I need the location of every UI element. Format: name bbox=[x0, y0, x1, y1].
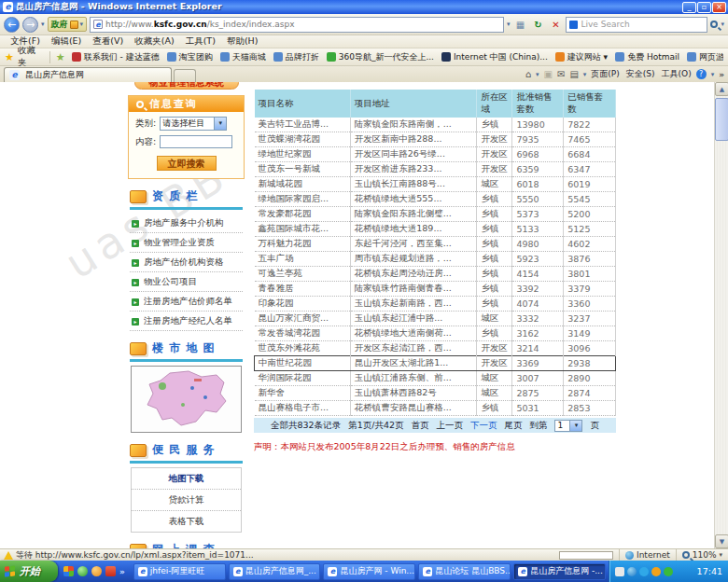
help-icon[interactable]: ? bbox=[696, 69, 707, 79]
table-row[interactable]: 鑫苑国际城市花... 花桥镇绿地大道189... 乡镇 5133 5125 bbox=[255, 222, 616, 237]
compatibility-view-icon[interactable]: ▦ bbox=[512, 17, 527, 32]
vertical-scrollbar[interactable]: ▲ ▼ bbox=[714, 82, 728, 548]
table-row[interactable]: 世茂东一号新城 开发区前进东路233... 开发区 6359 6347 bbox=[255, 162, 616, 177]
url-field[interactable]: e http://www.ksfc.gov.cn/ks_index/index.… bbox=[90, 17, 504, 33]
content-input[interactable] bbox=[160, 135, 232, 148]
menu-item[interactable]: 工具(T) bbox=[181, 35, 220, 48]
property-mgmt-system-button[interactable]: 物业管理信息系统 bbox=[134, 82, 239, 90]
sidebar-link[interactable]: ▸ 房地产服务中介机构 bbox=[130, 214, 243, 233]
scroll-up-arrow[interactable]: ▲ bbox=[715, 82, 728, 96]
menu-item[interactable]: 帮助(H) bbox=[222, 35, 263, 48]
quick-launch-icon[interactable] bbox=[91, 566, 102, 576]
search-dropdown-icon[interactable]: ▾ bbox=[721, 21, 724, 28]
table-row[interactable]: 新城域花园 玉山镇长江南路88号... 城区 6018 6019 bbox=[255, 177, 616, 192]
quick-launch-icon[interactable] bbox=[105, 566, 116, 576]
tray-mail-icon[interactable] bbox=[615, 567, 624, 576]
scrollbar-thumb[interactable] bbox=[715, 98, 728, 141]
table-row[interactable]: 绿地国际家园启... 花桥镇绿地大道555... 乡镇 5550 5545 bbox=[255, 192, 616, 207]
help-dropdown-icon[interactable]: ▾ bbox=[711, 71, 715, 78]
category-select[interactable]: 请选择栏目 ▾ bbox=[160, 117, 227, 131]
favorite-link[interactable]: 建议网站 ▾ bbox=[553, 50, 610, 64]
command-button[interactable]: 安全(S) bbox=[626, 68, 655, 80]
search-go-icon[interactable] bbox=[710, 21, 718, 28]
print-dropdown-icon[interactable]: ▾ bbox=[583, 71, 587, 78]
url-dropdown-icon[interactable]: ▾ bbox=[507, 21, 511, 28]
tray-security-icon[interactable] bbox=[664, 567, 673, 576]
table-row[interactable]: 万科魅力花园 东起千河泾河，西至集... 乡镇 4980 4602 bbox=[255, 237, 616, 252]
tray-update-icon[interactable] bbox=[651, 567, 661, 576]
table-row[interactable]: 昆山赛格电子市... 花桥镇曹安路昆山赛格... 乡镇 5031 2853 bbox=[255, 401, 616, 416]
first-page-link[interactable]: 首页 bbox=[411, 420, 428, 432]
favorite-link[interactable]: Internet 中国 (China)... bbox=[439, 50, 551, 64]
prev-page-link[interactable]: 上一页 bbox=[436, 420, 463, 432]
quick-launch-icon[interactable] bbox=[77, 566, 88, 576]
menu-item[interactable]: 查看(V) bbox=[88, 35, 128, 48]
service-link[interactable]: 表格下载 bbox=[132, 511, 241, 532]
favorite-link[interactable]: 品牌打折 bbox=[271, 50, 322, 64]
taskbar-task-button[interactable]: e 昆山房产网 - Win... bbox=[323, 563, 415, 580]
tray-network-icon[interactable] bbox=[627, 567, 637, 576]
favorite-link[interactable]: 免费 Hotmail bbox=[612, 50, 682, 64]
quick-launch-overflow-icon[interactable]: » bbox=[119, 567, 125, 576]
sidebar-link[interactable]: ▸ 物业公司项目 bbox=[130, 272, 243, 292]
tray-qq-icon[interactable] bbox=[639, 567, 649, 576]
sidebar-link[interactable]: ▸ 房地产估价机构资格 bbox=[130, 253, 243, 272]
table-row[interactable]: 常发豪郡花园 陆家镇金阳东路北侧璧... 乡镇 5373 5200 bbox=[255, 207, 616, 222]
favorite-link[interactable]: 360导航_新一代安全上... bbox=[324, 50, 437, 64]
print-icon[interactable]: ▤ bbox=[569, 69, 578, 79]
back-button[interactable]: ← bbox=[4, 17, 20, 33]
table-row[interactable]: 美吉特工业品博... 陆家镇金阳东路南侧，... 乡镇 13980 7822 bbox=[255, 118, 616, 132]
taskbar-task-button[interactable]: e jhfei-阿里旺旺 bbox=[133, 563, 226, 580]
forward-button[interactable]: → bbox=[22, 17, 38, 33]
quick-launch-icon[interactable] bbox=[63, 566, 74, 576]
favorites-star-icon[interactable]: ★ bbox=[5, 51, 14, 63]
search-input[interactable]: Live Search bbox=[566, 17, 707, 33]
table-row[interactable]: 青春雅居 陆家镇珠竹路南侧青春... 乡镇 3392 3379 bbox=[255, 282, 616, 297]
taskbar-task-button[interactable]: e 昆山房产信息网 -... bbox=[513, 563, 606, 580]
table-row[interactable]: 世茂蝶湖湾花园 开发区新南中路288... 开发区 7935 7465 bbox=[255, 132, 616, 147]
table-row[interactable]: 昆山万家汇商贸... 玉山镇东起江浦中路... 城区 3332 3237 bbox=[255, 312, 616, 326]
command-button[interactable]: 页面(P) bbox=[591, 68, 619, 80]
menu-item[interactable]: 编辑(E) bbox=[47, 35, 86, 48]
history-dropdown-icon[interactable]: ▾ bbox=[41, 21, 45, 28]
sidebar-link[interactable]: ▸ 注册房地产经纪人名单 bbox=[130, 312, 243, 331]
scroll-down-arrow[interactable]: ▼ bbox=[715, 534, 728, 548]
maximize-button[interactable]: ▫ bbox=[697, 2, 711, 13]
goto-page-select[interactable]: 1 ▾ bbox=[554, 420, 582, 432]
table-row[interactable]: 印象花园 玉山镇东起新南路，西... 乡镇 4074 3360 bbox=[255, 297, 616, 312]
taskbar-task-button[interactable]: e 昆山房产信息网_... bbox=[229, 563, 321, 580]
table-row[interactable]: 常发香城湾花园 花桥镇绿地大道南侧荷... 乡镇 3162 3149 bbox=[255, 326, 616, 341]
table-row[interactable]: 可逸兰亭苑 花桥镇东起周泾动迁房... 乡镇 4154 3801 bbox=[255, 267, 616, 282]
read-mail-icon[interactable]: ✉ bbox=[557, 69, 565, 79]
table-row[interactable]: 华润国际花园 玉山镇江浦路东侧、前... 城区 3007 2890 bbox=[255, 371, 616, 386]
gov-site-badge[interactable]: 政府 ▾ bbox=[48, 17, 88, 32]
overflow-chevron-icon[interactable]: » bbox=[719, 70, 724, 79]
new-tab-button[interactable] bbox=[174, 69, 196, 82]
sidebar-link[interactable]: ▸ 注册房地产估价师名单 bbox=[130, 292, 243, 312]
table-row[interactable]: 绿地世纪家园 开发区同丰路26号绿... 开发区 6968 6684 bbox=[255, 147, 616, 162]
stop-button[interactable]: ✕ bbox=[548, 17, 563, 32]
favorite-link[interactable]: 联系我们 - 建达蓝德 bbox=[69, 50, 162, 64]
service-link[interactable]: 贷款计算 bbox=[132, 490, 241, 511]
service-link[interactable]: 地图下载 bbox=[132, 468, 241, 490]
favorite-link[interactable]: 网页游戏 bbox=[684, 50, 723, 64]
table-row[interactable]: 世茂东外滩花苑 开发区东起清江路，西... 开发区 3214 3096 bbox=[255, 341, 616, 356]
minimize-button[interactable]: _ bbox=[682, 2, 696, 13]
zoom-control[interactable]: 110% ▾ bbox=[676, 549, 728, 561]
search-submit-button[interactable]: 立即搜索 bbox=[157, 156, 217, 171]
table-row[interactable]: 新华舍 玉山镇萧林西路82号 城区 2875 2874 bbox=[255, 386, 616, 401]
home-dropdown-icon[interactable]: ▾ bbox=[536, 71, 539, 78]
favorite-link[interactable]: 淘宝团购 bbox=[164, 50, 216, 64]
menu-item[interactable]: 收藏夹(A) bbox=[130, 35, 178, 48]
refresh-button[interactable]: ↻ bbox=[530, 17, 545, 32]
close-button[interactable]: × bbox=[712, 2, 726, 13]
table-row[interactable]: 五丰广场 周市镇东起规划道路，... 乡镇 5923 3876 bbox=[255, 252, 616, 267]
next-page-link[interactable]: 下一页 bbox=[470, 420, 497, 432]
zoom-dropdown-icon[interactable]: ▾ bbox=[719, 551, 722, 559]
favorite-link[interactable]: 天猫商城 bbox=[217, 50, 269, 64]
city-map-thumbnail[interactable] bbox=[131, 366, 242, 433]
sidebar-link[interactable]: ▸ 物业管理企业资质 bbox=[130, 233, 243, 253]
last-page-link[interactable]: 尾页 bbox=[504, 420, 522, 432]
start-button[interactable]: 开始 bbox=[0, 561, 58, 582]
tab-active[interactable]: e 昆山房产信息网 bbox=[4, 67, 172, 82]
